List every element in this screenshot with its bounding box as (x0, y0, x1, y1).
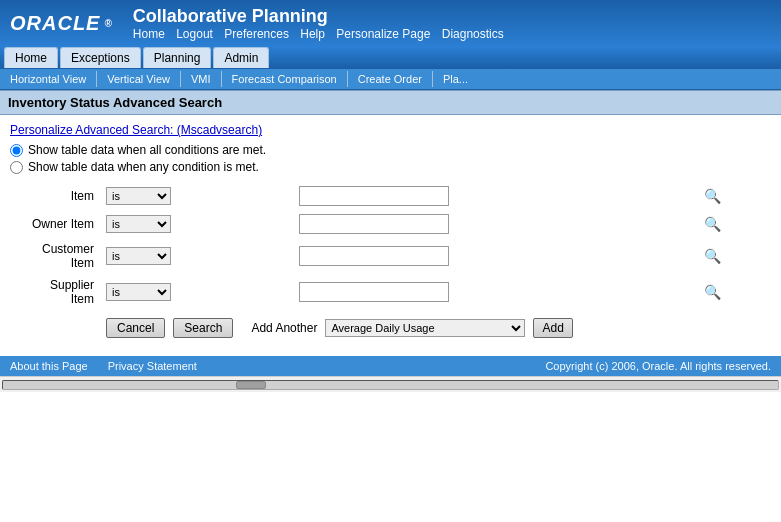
radio-any-condition: Show table data when any condition is me… (10, 160, 771, 174)
app-name: Collaborative Planning (133, 6, 512, 27)
customer-item-label: CustomerItem (10, 238, 100, 274)
footer: About this Page Privacy Statement Copyri… (0, 356, 781, 376)
item-value-input[interactable] (299, 186, 449, 206)
field-item: Item isis notcontains 🔍 (10, 182, 771, 210)
tab-admin[interactable]: Admin (213, 47, 269, 68)
personalize-link[interactable]: Personalize Advanced Search: (Mscadvsear… (10, 123, 771, 137)
footer-privacy-link[interactable]: Privacy Statement (108, 360, 197, 372)
radio-any-condition-label: Show table data when any condition is me… (28, 160, 259, 174)
nav-home[interactable]: Home (133, 27, 165, 41)
owner-item-search-icon-cell: 🔍 (698, 210, 771, 238)
owner-item-value-cell (293, 210, 699, 238)
subnav-vmi[interactable]: VMI (181, 71, 222, 87)
add-button[interactable]: Add (533, 318, 572, 338)
item-operator-cell: isis notcontains (100, 182, 293, 210)
section-title-bar: Inventory Status Advanced Search (0, 90, 781, 115)
supplier-item-search-icon[interactable]: 🔍 (704, 284, 721, 300)
subnav-vertical-view[interactable]: Vertical View (97, 71, 181, 87)
sub-navigation: Horizontal View Vertical View VMI Foreca… (0, 68, 781, 90)
supplier-item-label: SupplierItem (10, 274, 100, 310)
tab-planning[interactable]: Planning (143, 47, 212, 68)
horizontal-scrollbar[interactable] (0, 376, 781, 392)
tab-home[interactable]: Home (4, 47, 58, 68)
supplier-item-value-input[interactable] (299, 282, 449, 302)
item-value-cell (293, 182, 699, 210)
field-owner-item: Owner Item isis notcontains 🔍 (10, 210, 771, 238)
customer-item-operator-select[interactable]: isis notcontains (106, 247, 171, 265)
item-label: Item (10, 182, 100, 210)
tab-exceptions[interactable]: Exceptions (60, 47, 141, 68)
customer-item-value-input[interactable] (299, 246, 449, 266)
item-search-icon[interactable]: 🔍 (704, 188, 721, 204)
owner-item-operator-cell: isis notcontains (100, 210, 293, 238)
footer-copyright: Copyright (c) 2006, Oracle. All rights r… (545, 360, 771, 372)
supplier-item-value-cell (293, 274, 699, 310)
radio-all-conditions: Show table data when all conditions are … (10, 143, 771, 157)
scrollbar-thumb[interactable] (236, 381, 266, 389)
footer-about-link[interactable]: About this Page (10, 360, 88, 372)
search-button[interactable]: Search (173, 318, 233, 338)
item-operator-select[interactable]: isis notcontains (106, 187, 171, 205)
customer-item-value-cell (293, 238, 699, 274)
owner-item-value-input[interactable] (299, 214, 449, 234)
add-another-label: Add Another (251, 321, 317, 335)
owner-item-label: Owner Item (10, 210, 100, 238)
scrollbar-track[interactable] (2, 380, 779, 390)
nav-personalize-page[interactable]: Personalize Page (336, 27, 430, 41)
field-customer-item: CustomerItem isis notcontains 🔍 (10, 238, 771, 274)
main-content: Personalize Advanced Search: (Mscadvsear… (0, 115, 781, 354)
cancel-button[interactable]: Cancel (106, 318, 165, 338)
section-title: Inventory Status Advanced Search (8, 95, 222, 110)
customer-item-search-icon[interactable]: 🔍 (704, 248, 721, 264)
customer-item-operator-cell: isis notcontains (100, 238, 293, 274)
supplier-item-search-icon-cell: 🔍 (698, 274, 771, 310)
owner-item-search-icon[interactable]: 🔍 (704, 216, 721, 232)
radio-all-conditions-input[interactable] (10, 144, 23, 157)
search-form: Item isis notcontains 🔍 Owner Item isis … (10, 182, 771, 310)
action-buttons-row: Cancel Search Add Another Average Daily … (10, 310, 771, 346)
app-header: ORACLE® Collaborative Planning Home Logo… (0, 0, 781, 47)
supplier-item-operator-select[interactable]: isis notcontains (106, 283, 171, 301)
nav-help[interactable]: Help (300, 27, 325, 41)
header-title: Collaborative Planning Home Logout Prefe… (133, 6, 512, 41)
oracle-logo: ORACLE® (10, 12, 113, 35)
supplier-item-operator-cell: isis notcontains (100, 274, 293, 310)
nav-preferences[interactable]: Preferences (224, 27, 289, 41)
subnav-forecast-comparison[interactable]: Forecast Comparison (222, 71, 348, 87)
subnav-more[interactable]: Pla... (433, 71, 478, 87)
item-search-icon-cell: 🔍 (698, 182, 771, 210)
owner-item-operator-select[interactable]: isis notcontains (106, 215, 171, 233)
subnav-horizontal-view[interactable]: Horizontal View (0, 71, 97, 87)
field-supplier-item: SupplierItem isis notcontains 🔍 (10, 274, 771, 310)
header-nav: Home Logout Preferences Help Personalize… (133, 27, 512, 41)
subnav-create-order[interactable]: Create Order (348, 71, 433, 87)
radio-any-condition-input[interactable] (10, 161, 23, 174)
condition-radio-group: Show table data when all conditions are … (10, 143, 771, 174)
radio-all-conditions-label: Show table data when all conditions are … (28, 143, 266, 157)
nav-logout[interactable]: Logout (176, 27, 213, 41)
tabs-row: Home Exceptions Planning Admin (0, 47, 781, 68)
add-another-select[interactable]: Average Daily Usage Item Owner Item Cust… (325, 319, 525, 337)
customer-item-search-icon-cell: 🔍 (698, 238, 771, 274)
nav-diagnostics[interactable]: Diagnostics (442, 27, 504, 41)
